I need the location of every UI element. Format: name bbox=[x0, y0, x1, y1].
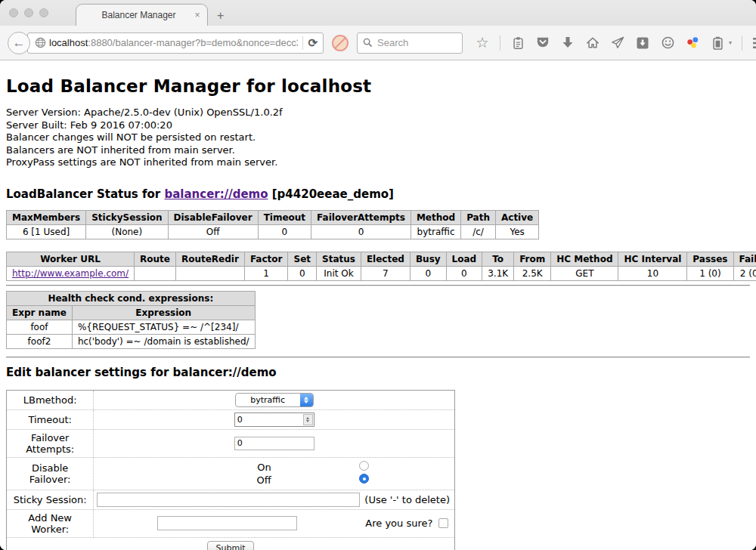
chevron-down-icon[interactable]: ▾ bbox=[729, 39, 732, 46]
table-header-row: Expr name Expression bbox=[7, 305, 256, 320]
balancer-summary-table: MaxMembers StickySession DisableFailover… bbox=[6, 210, 539, 239]
toolbar-icons: ☆ bbox=[475, 36, 756, 51]
browser-window: Balancer Manager × + ← localhost:8880/ba… bbox=[0, 0, 756, 550]
url-bar[interactable]: localhost:8880/balancer-manager?b=demo&n… bbox=[27, 32, 324, 54]
search-bar[interactable]: Search bbox=[357, 32, 463, 54]
sticky-session-input[interactable] bbox=[97, 493, 360, 507]
status-heading-suffix: [p4420eeae_demo] bbox=[268, 187, 394, 201]
worker-table: Worker URL Route RouteRedir Factor Set S… bbox=[6, 252, 756, 281]
disable-failover-row: Disable Failover: On Off bbox=[7, 457, 455, 490]
balancer-demo-link[interactable]: balancer://demo bbox=[164, 187, 268, 201]
failover-attempts-label: Failover Attempts: bbox=[7, 429, 94, 457]
persist-notice-line: Balancer changes will NOT be persisted o… bbox=[6, 131, 750, 144]
col-expression: Expression bbox=[72, 305, 255, 320]
add-worker-input[interactable] bbox=[157, 516, 297, 530]
divider bbox=[6, 285, 750, 286]
tab-bar: Balancer Manager × + bbox=[0, 0, 756, 26]
content-blocked-icon[interactable] bbox=[332, 35, 349, 51]
tab-balancer-manager[interactable]: Balancer Manager × bbox=[76, 4, 208, 26]
table-row: foof2 hc('body') =~ /domain is establish… bbox=[7, 334, 256, 348]
tab-title: Balancer Manager bbox=[76, 10, 191, 20]
search-icon bbox=[363, 38, 373, 48]
page-title: Load Balancer Manager for localhost bbox=[6, 60, 750, 96]
menu-hamburger-icon[interactable] bbox=[752, 36, 756, 51]
window-controls[interactable] bbox=[9, 8, 48, 17]
lbmethod-label: LBmethod: bbox=[7, 390, 94, 409]
pocket-icon[interactable] bbox=[535, 36, 550, 51]
are-you-sure-label: Are you sure? bbox=[365, 518, 432, 529]
loadbalancer-status-heading: LoadBalancer Status for balancer://demo … bbox=[6, 187, 750, 201]
back-button[interactable]: ← bbox=[8, 32, 30, 54]
disable-failover-label: Disable Failover: bbox=[7, 457, 94, 490]
server-info: Server Version: Apache/2.5.0-dev (Unix) … bbox=[6, 107, 750, 169]
feedback-smiley-icon[interactable] bbox=[660, 36, 675, 51]
server-version-line: Server Version: Apache/2.5.0-dev (Unix) … bbox=[6, 107, 750, 119]
minimize-window-button[interactable] bbox=[24, 8, 33, 17]
clipboard-icon[interactable] bbox=[510, 36, 525, 51]
table-title-row: Health check cond. expressions: bbox=[7, 291, 256, 305]
col-path: Path bbox=[461, 210, 496, 224]
col-method: Method bbox=[411, 210, 460, 224]
zoom-window-button[interactable] bbox=[39, 8, 48, 17]
timeout-input[interactable]: 0 bbox=[234, 412, 314, 427]
globe-icon bbox=[35, 37, 46, 48]
submit-button[interactable]: Submit bbox=[207, 541, 253, 550]
stepper-icon[interactable] bbox=[303, 414, 313, 425]
radio-on[interactable] bbox=[359, 461, 369, 471]
are-you-sure-checkbox[interactable] bbox=[438, 518, 448, 528]
new-tab-button[interactable]: + bbox=[208, 9, 233, 26]
download-icon[interactable] bbox=[560, 36, 575, 51]
server-built-line: Server Built: Feb 9 2016 07:00:20 bbox=[6, 119, 750, 132]
send-plane-icon[interactable] bbox=[610, 36, 625, 51]
col-disablefailover: DisableFailover bbox=[168, 210, 258, 224]
col-expr-name: Expr name bbox=[7, 305, 73, 320]
timeout-label: Timeout: bbox=[7, 409, 94, 429]
col-timeout: Timeout bbox=[258, 210, 311, 224]
lbmethod-selected-value: bytraffic bbox=[236, 394, 300, 406]
radio-off[interactable] bbox=[359, 474, 369, 484]
radio-on-label: On bbox=[97, 462, 271, 473]
lbmethod-select[interactable]: bytraffic bbox=[235, 393, 314, 407]
battery-extension-icon[interactable] bbox=[710, 36, 725, 51]
table-row: 6 [1 Used] (None) Off 0 0 bytraffic /c/ … bbox=[7, 224, 539, 239]
timeout-value: 0 bbox=[235, 413, 302, 426]
col-failoverattempts: FailoverAttempts bbox=[311, 210, 411, 224]
col-stickysession: StickySession bbox=[86, 210, 168, 224]
home-icon[interactable] bbox=[585, 36, 600, 51]
health-check-table: Health check cond. expressions: Expr nam… bbox=[6, 291, 256, 349]
radio-off-label: Off bbox=[97, 474, 271, 486]
col-maxmembers: MaxMembers bbox=[7, 210, 86, 224]
select-arrows-icon bbox=[300, 394, 313, 406]
status-heading-prefix: LoadBalancer Status for bbox=[6, 187, 164, 201]
divider bbox=[6, 357, 750, 358]
sticky-session-hint: (Use '-' to delete) bbox=[364, 494, 451, 505]
search-placeholder: Search bbox=[377, 37, 408, 48]
lbmethod-row: LBmethod: bytraffic bbox=[7, 390, 455, 409]
bookmark-star-icon[interactable]: ☆ bbox=[475, 36, 490, 51]
worker-row: http://www.example.com/ 1 0 Init Ok 7 0 … bbox=[7, 266, 756, 280]
reload-icon[interactable]: ⟳ bbox=[308, 36, 319, 50]
worker-url-link[interactable]: http://www.example.com/ bbox=[12, 268, 129, 279]
tab-close-icon[interactable]: × bbox=[191, 10, 204, 20]
table-header-row: MaxMembers StickySession DisableFailover… bbox=[7, 210, 539, 224]
edit-settings-heading: Edit balancer settings for balancer://de… bbox=[6, 366, 750, 379]
col-active: Active bbox=[495, 210, 538, 224]
submit-row: Submit bbox=[7, 537, 455, 550]
url-host: localhost bbox=[49, 37, 88, 48]
proxypass-notice-line: ProxyPass settings are NOT inherited fro… bbox=[6, 156, 750, 169]
health-table-title: Health check cond. expressions: bbox=[7, 291, 256, 305]
close-window-button[interactable] bbox=[9, 8, 18, 17]
reader-download-icon[interactable] bbox=[635, 36, 650, 51]
timeout-row: Timeout: 0 bbox=[7, 409, 455, 429]
url-text[interactable]: localhost:8880/balancer-manager?b=demo&n… bbox=[49, 37, 298, 48]
colored-dots-extension-icon[interactable] bbox=[685, 36, 700, 51]
table-header-row: Worker URL Route RouteRedir Factor Set S… bbox=[7, 252, 756, 266]
page-content: Load Balancer Manager for localhost Serv… bbox=[0, 60, 756, 550]
failover-attempts-input[interactable]: 0 bbox=[234, 437, 314, 450]
table-row: foof %{REQUEST_STATUS} =~ /^[234]/ bbox=[7, 320, 256, 334]
add-worker-row: Add New Worker: Are you sure? bbox=[7, 509, 455, 537]
sticky-session-row: Sticky Session: (Use '-' to delete) bbox=[7, 490, 455, 509]
inherit-notice-line: Balancers are NOT inherited from main se… bbox=[6, 144, 750, 157]
failover-attempts-row: Failover Attempts: 0 bbox=[7, 429, 455, 457]
col-worker-url: Worker URL bbox=[7, 252, 135, 266]
